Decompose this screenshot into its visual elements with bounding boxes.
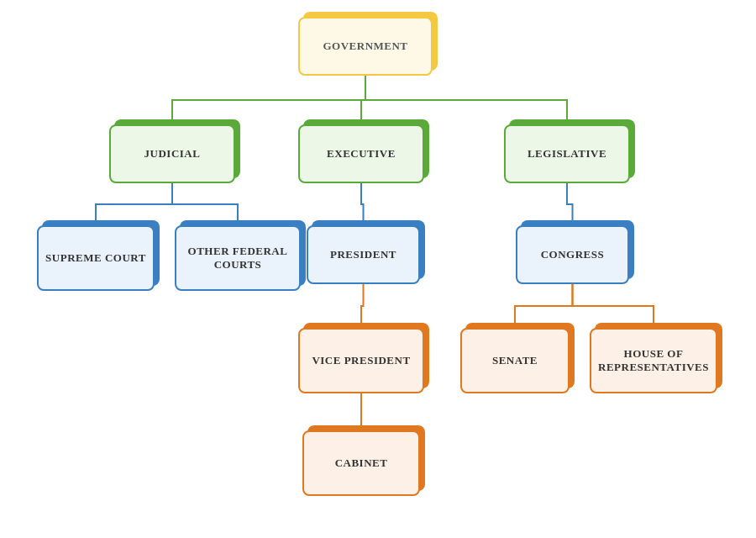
node-executive: Executive <box>298 124 424 183</box>
org-chart: GovernmentJudicialExecutiveLegislativeSu… <box>0 0 756 538</box>
node-judicial: Judicial <box>109 124 235 183</box>
node-label-supreme_court: Supreme Court <box>37 225 155 291</box>
node-label-congress: Congress <box>516 225 629 284</box>
node-congress: Congress <box>516 225 629 284</box>
node-other_federal: Other Federal Courts <box>175 225 301 291</box>
node-label-president: President <box>307 225 420 284</box>
node-label-other_federal: Other Federal Courts <box>175 225 301 291</box>
node-cabinet: Cabinet <box>302 430 420 496</box>
node-label-executive: Executive <box>298 124 424 183</box>
node-president: President <box>307 225 420 284</box>
node-supreme_court: Supreme Court <box>37 225 155 291</box>
node-label-cabinet: Cabinet <box>302 430 420 496</box>
node-legislative: Legislative <box>504 124 630 183</box>
node-label-judicial: Judicial <box>109 124 235 183</box>
node-label-vice_president: Vice President <box>298 328 424 393</box>
node-label-house: House of Representatives <box>590 328 717 393</box>
node-label-legislative: Legislative <box>504 124 630 183</box>
node-senate: Senate <box>460 328 570 393</box>
node-government: Government <box>298 17 433 76</box>
node-label-senate: Senate <box>460 328 570 393</box>
node-house: House of Representatives <box>590 328 717 393</box>
node-label-government: Government <box>298 17 433 76</box>
node-vice_president: Vice President <box>298 328 424 393</box>
